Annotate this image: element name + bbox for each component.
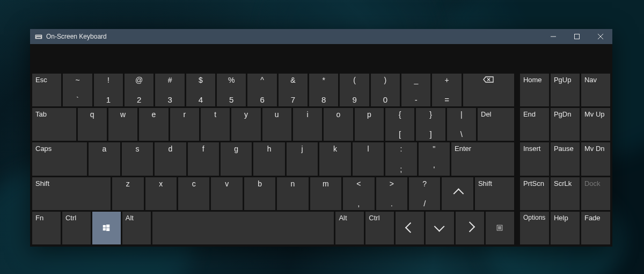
row-1: Esc ~` !1 @2 #3 $4 %5 ^6 &7 *8 (9 )0 _- … (32, 74, 610, 106)
titlebar[interactable]: On-Screen Keyboard (30, 29, 612, 44)
svg-rect-2 (36, 35, 36, 36)
key-comma[interactable]: <, (343, 177, 374, 210)
key-k[interactable]: k (319, 142, 350, 175)
key-j[interactable]: j (287, 142, 318, 175)
key-bracket-open[interactable]: {[ (385, 108, 414, 141)
key-quote[interactable]: "' (419, 142, 450, 175)
key-w[interactable]: w (108, 108, 137, 141)
key-pause[interactable]: Pause (551, 142, 580, 175)
key-p[interactable]: p (355, 108, 384, 141)
key-8[interactable]: *8 (309, 74, 338, 106)
key-t[interactable]: t (201, 108, 230, 141)
key-alt-left[interactable]: Alt (122, 212, 151, 244)
key-9[interactable]: (9 (340, 74, 369, 106)
key-space[interactable] (152, 212, 334, 244)
key-insert[interactable]: Insert (520, 142, 549, 175)
key-ctrl-right[interactable]: Ctrl (365, 212, 394, 244)
key-period[interactable]: >. (376, 177, 407, 210)
key-y[interactable]: y (231, 108, 260, 141)
key-h[interactable]: h (253, 142, 284, 175)
key-prtscn[interactable]: PrtScn (520, 177, 549, 210)
key-b[interactable]: b (244, 177, 275, 210)
key-shift-right[interactable]: Shift (475, 177, 514, 210)
key-alt-right[interactable]: Alt (335, 212, 364, 244)
key-4[interactable]: $4 (186, 74, 215, 106)
key-l[interactable]: l (353, 142, 384, 175)
key-backslash[interactable]: |\ (447, 108, 476, 141)
key-scrlk[interactable]: ScrLk (551, 177, 580, 210)
key-home[interactable]: Home (520, 74, 549, 106)
suggestion-bar (30, 44, 612, 74)
key-mvdn[interactable]: Mv Dn (581, 142, 610, 175)
key-fade[interactable]: Fade (581, 212, 610, 244)
key-ctrl-left[interactable]: Ctrl (62, 212, 91, 244)
chevron-up-icon (454, 189, 462, 198)
window-title: On-Screen Keyboard (46, 33, 107, 40)
key-arrow-down[interactable] (426, 212, 454, 244)
key-r[interactable]: r (170, 108, 199, 141)
key-i[interactable]: i (293, 108, 322, 141)
close-button[interactable] (589, 29, 612, 44)
row-5: Fn Ctrl Alt Alt Ctrl Options Help Fad (32, 212, 610, 244)
key-2[interactable]: @2 (125, 74, 153, 106)
key-7[interactable]: &7 (279, 74, 308, 106)
key-pgup[interactable]: PgUp (551, 74, 580, 106)
key-esc[interactable]: Esc (32, 74, 61, 106)
key-mvup[interactable]: Mv Up (581, 108, 610, 141)
svg-rect-17 (106, 228, 110, 232)
key-options[interactable]: Options (520, 212, 549, 244)
key-arrow-left[interactable] (396, 212, 424, 244)
key-del[interactable]: Del (478, 108, 514, 141)
chevron-left-icon (406, 223, 414, 232)
key-z[interactable]: z (112, 177, 143, 210)
key-shift-left[interactable]: Shift (32, 177, 111, 210)
key-pgdn[interactable]: PgDn (551, 108, 580, 141)
key-3[interactable]: #3 (155, 74, 184, 106)
key-menu[interactable] (486, 212, 514, 244)
svg-rect-3 (37, 35, 38, 36)
key-help[interactable]: Help (551, 212, 580, 244)
key-nav[interactable]: Nav (581, 74, 610, 106)
key-1[interactable]: !1 (94, 74, 123, 106)
key-s[interactable]: s (122, 142, 153, 175)
key-enter[interactable]: Enter (451, 142, 514, 175)
key-tab[interactable]: Tab (32, 108, 76, 141)
key-dock[interactable]: Dock (581, 177, 610, 210)
svg-rect-0 (35, 34, 42, 39)
key-backtick[interactable]: ~` (63, 74, 92, 106)
key-n[interactable]: n (277, 177, 308, 210)
key-0[interactable]: )0 (371, 74, 400, 106)
menu-icon (497, 225, 503, 231)
key-fn[interactable]: Fn (32, 212, 61, 244)
key-g[interactable]: g (221, 142, 252, 175)
key-q[interactable]: q (78, 108, 107, 141)
key-caps[interactable]: Caps (32, 142, 87, 175)
key-c[interactable]: c (178, 177, 209, 210)
key-end[interactable]: End (520, 108, 549, 141)
key-v[interactable]: v (211, 177, 242, 210)
key-e[interactable]: e (139, 108, 168, 141)
key-windows[interactable] (92, 212, 121, 244)
maximize-button[interactable] (565, 29, 589, 44)
key-x[interactable]: x (145, 177, 177, 210)
key-5[interactable]: %5 (217, 74, 246, 106)
svg-rect-5 (39, 35, 40, 36)
key-slash[interactable]: ?/ (409, 177, 440, 210)
svg-rect-15 (106, 225, 110, 228)
key-6[interactable]: ^6 (247, 74, 276, 106)
key-bracket-close[interactable]: }] (416, 108, 445, 141)
key-m[interactable]: m (310, 177, 341, 210)
key-equals[interactable]: += (432, 74, 461, 106)
key-u[interactable]: u (262, 108, 291, 141)
key-arrow-up[interactable] (442, 177, 473, 210)
key-backspace[interactable] (463, 74, 514, 106)
key-o[interactable]: o (324, 108, 353, 141)
key-minus[interactable]: _- (401, 74, 430, 106)
minimize-button[interactable] (541, 29, 565, 44)
key-d[interactable]: d (155, 142, 186, 175)
svg-rect-7 (36, 37, 41, 38)
key-a[interactable]: a (89, 142, 120, 175)
key-semicolon[interactable]: :; (385, 142, 416, 175)
key-f[interactable]: f (188, 142, 219, 175)
key-arrow-right[interactable] (456, 212, 484, 244)
